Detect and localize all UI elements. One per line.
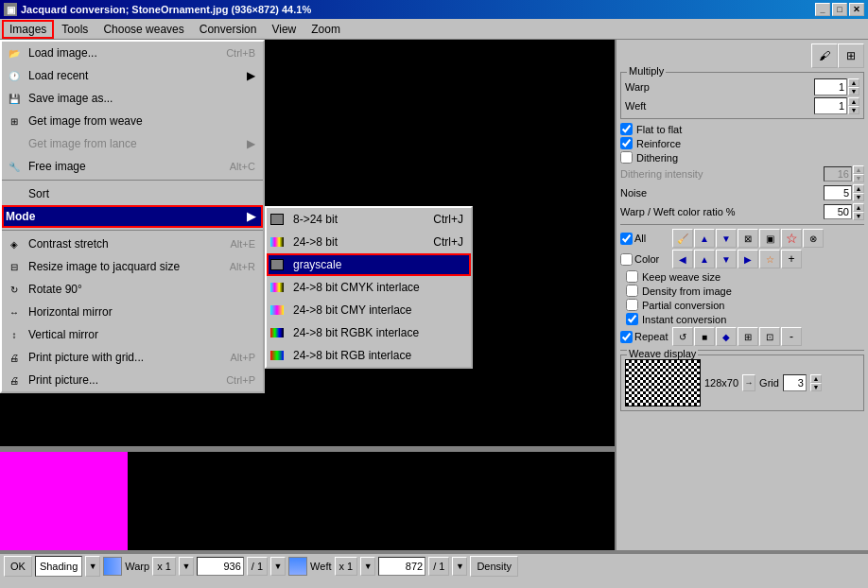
color-down-icon[interactable]: ▼: [716, 250, 737, 268]
shading-arrow[interactable]: ▼: [85, 556, 100, 577]
instant-conversion-checkbox[interactable]: [626, 313, 638, 325]
menu-resize[interactable]: ⊟ Resize image to jacquard size Alt+R: [2, 255, 263, 278]
menu-load-recent[interactable]: 🕐 Load recent ▶: [2, 64, 263, 87]
warp-div-btn[interactable]: / 1: [247, 557, 268, 576]
weft-num-value[interactable]: 872: [378, 557, 425, 576]
menu-sort[interactable]: Sort: [2, 182, 263, 205]
repeat-minus-icon[interactable]: -: [781, 327, 802, 346]
warp-div-arrow[interactable]: ▼: [270, 557, 286, 576]
pattern4-icon[interactable]: ⊗: [803, 229, 824, 248]
dithering-spin-up[interactable]: ▲: [853, 165, 864, 174]
warp-spin-down[interactable]: ▼: [848, 87, 859, 95]
noise-spin-down[interactable]: ▼: [853, 193, 864, 201]
broom-icon[interactable]: 🧹: [672, 229, 693, 248]
weft-spin-up[interactable]: ▲: [848, 97, 859, 106]
grid-spin-up[interactable]: ▲: [810, 374, 822, 383]
repeat-diamond-icon[interactable]: ◆: [716, 327, 737, 346]
weft-div-arrow[interactable]: ▼: [452, 557, 467, 576]
weft-div-btn[interactable]: / 1: [428, 557, 449, 576]
shading-select[interactable]: Shading: [35, 556, 82, 577]
repeat-pattern-a-icon[interactable]: ⊞: [738, 327, 758, 346]
mode-rgb-interlace[interactable]: 24->8 bit RGB interlace: [267, 344, 471, 367]
dithering-spin-down[interactable]: ▼: [853, 174, 864, 182]
ratio-spin-down[interactable]: ▼: [853, 212, 864, 220]
menu-view[interactable]: View: [264, 20, 304, 39]
repeat-fill-icon[interactable]: ■: [694, 327, 715, 346]
color-left-icon[interactable]: ◀: [672, 250, 693, 268]
weft-value[interactable]: 1: [814, 97, 847, 114]
menu-print-with-grid[interactable]: 🖨 Print picture with grid... Alt+P: [2, 346, 263, 369]
repeat-rotate-icon[interactable]: ↺: [672, 327, 693, 346]
pattern2-icon[interactable]: ▣: [759, 229, 780, 248]
menu-print[interactable]: 🖨 Print picture... Ctrl+P: [2, 369, 263, 391]
menu-load-image[interactable]: 📂 Load image... Ctrl+B: [2, 42, 263, 64]
flat-to-flat-checkbox[interactable]: [620, 123, 633, 135]
weft-x-arrow[interactable]: ▼: [360, 557, 375, 576]
warp-spin-up[interactable]: ▲: [848, 78, 859, 87]
all-checkbox[interactable]: [620, 233, 633, 245]
menu-zoom[interactable]: Zoom: [304, 20, 348, 39]
warp-weft-ratio-value[interactable]: 50: [824, 204, 852, 219]
menu-contrast-stretch[interactable]: ◈ Contrast stretch Alt+E: [2, 233, 263, 255]
mode-grayscale[interactable]: grayscale: [267, 253, 471, 276]
color-right-icon[interactable]: ▶: [738, 250, 758, 268]
menu-mode[interactable]: Mode ▶: [2, 205, 263, 228]
density-button[interactable]: Density: [470, 556, 518, 577]
close-button[interactable]: ✕: [849, 3, 864, 16]
warp-x-btn[interactable]: x 1: [152, 557, 176, 576]
keep-weave-size-checkbox[interactable]: [626, 270, 638, 283]
arrow-up-icon[interactable]: ▲: [694, 229, 715, 248]
weft-x-btn[interactable]: x 1: [335, 557, 358, 576]
grid-value[interactable]: 3: [783, 374, 807, 391]
menu-choose-weaves[interactable]: Choose weaves: [95, 20, 191, 39]
mode-rgbk-interlace[interactable]: 24->8 bit RGBK interlace: [267, 321, 471, 344]
action-row-2: Color ◀ ▲ ▼ ▶ ☆ +: [620, 250, 864, 268]
maximize-button[interactable]: □: [832, 3, 847, 16]
warp-value[interactable]: 1: [814, 78, 847, 95]
partial-conversion-checkbox[interactable]: [626, 299, 638, 311]
warp-num-value[interactable]: 936: [197, 557, 244, 576]
h-mirror-icon: ↔: [6, 303, 23, 320]
color-checkbox[interactable]: [620, 253, 633, 266]
dithering-checkbox[interactable]: [620, 151, 633, 164]
grid-icon-btn[interactable]: ⊞: [838, 43, 864, 68]
color-up-icon[interactable]: ▲: [694, 250, 715, 268]
repeat-label: Repeat: [634, 331, 672, 342]
repeat-checkbox[interactable]: [620, 331, 633, 343]
color-plus-icon[interactable]: +: [781, 250, 802, 268]
ratio-spin-up[interactable]: ▲: [853, 203, 864, 212]
density-from-image-checkbox[interactable]: [626, 285, 638, 297]
weft-spin-down[interactable]: ▼: [848, 106, 859, 114]
pattern1-icon[interactable]: ⊠: [738, 229, 758, 248]
color-strip-pink: [0, 452, 128, 550]
mode-cmy-interlace[interactable]: 24->8 bit CMY interlace: [267, 299, 471, 321]
menu-tools[interactable]: Tools: [54, 20, 95, 39]
menu-get-from-weave[interactable]: ⊞ Get image from weave: [2, 110, 263, 132]
menu-conversion[interactable]: Conversion: [192, 20, 265, 39]
ok-button[interactable]: OK: [4, 556, 32, 577]
noise-spin-up[interactable]: ▲: [853, 184, 864, 193]
weft-row: Weft 1 ▲ ▼: [625, 97, 859, 114]
warp-x-arrow[interactable]: ▼: [179, 557, 194, 576]
menu-rotate[interactable]: ↻ Rotate 90°: [2, 278, 263, 301]
reinforce-checkbox[interactable]: [620, 137, 633, 149]
minimize-button[interactable]: _: [815, 3, 830, 16]
color-special-icon[interactable]: ☆: [759, 250, 780, 268]
menu-free-image[interactable]: 🔧 Free image Alt+C: [2, 155, 263, 178]
brush-icon-btn[interactable]: 🖌: [811, 43, 838, 68]
menu-images[interactable]: Images: [2, 20, 54, 39]
mode-8to24bit[interactable]: 8->24 bit Ctrl+J: [267, 208, 471, 231]
noise-value[interactable]: 5: [824, 185, 852, 200]
mode-cmyk-interlace[interactable]: 24->8 bit CMYK interlace: [267, 276, 471, 299]
menu-save-image[interactable]: 💾 Save image as...: [2, 87, 263, 110]
weave-size-arrow[interactable]: →: [742, 374, 755, 391]
mode-24to8bit[interactable]: 24->8 bit Ctrl+J: [267, 231, 471, 253]
grid-spin-down[interactable]: ▼: [810, 383, 822, 391]
menu-vertical-mirror[interactable]: ↕ Vertical mirror: [2, 323, 263, 346]
arrow-down-icon[interactable]: ▼: [716, 229, 737, 248]
pattern3-icon[interactable]: ☆: [781, 229, 802, 248]
menu-horizontal-mirror[interactable]: ↔ Horizontal mirror: [2, 301, 263, 323]
noise-row: Noise 5 ▲ ▼: [620, 184, 864, 201]
warp-label: Warp: [625, 81, 814, 93]
repeat-pattern-b-icon[interactable]: ⊡: [759, 327, 780, 346]
